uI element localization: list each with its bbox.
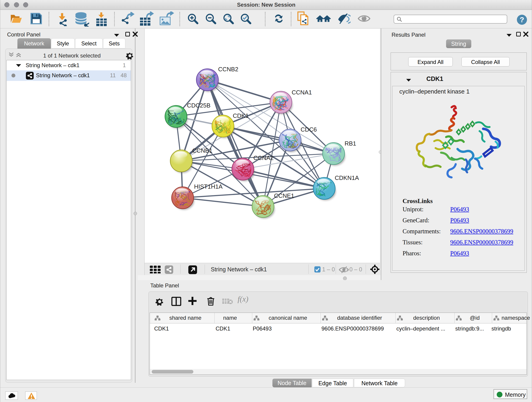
svg-text:CDKN1A: CDKN1A — [335, 174, 359, 181]
svg-text:CCNE1: CCNE1 — [274, 192, 294, 199]
svg-text:CCNB2: CCNB2 — [218, 66, 238, 73]
svg-text:RB1: RB1 — [345, 140, 356, 147]
svg-text:HIST1H1A: HIST1H1A — [194, 183, 223, 190]
svg-text:CDC25B: CDC25B — [187, 102, 210, 109]
svg-text:CDC6: CDC6 — [301, 126, 317, 133]
svg-text:CDK1: CDK1 — [233, 112, 249, 119]
svg-text:CCNA1: CCNA1 — [292, 89, 312, 96]
svg-text:CCNA2: CCNA2 — [253, 154, 273, 161]
svg-text:?: ? — [520, 16, 524, 24]
svg-text:CCNB1: CCNB1 — [192, 147, 212, 154]
